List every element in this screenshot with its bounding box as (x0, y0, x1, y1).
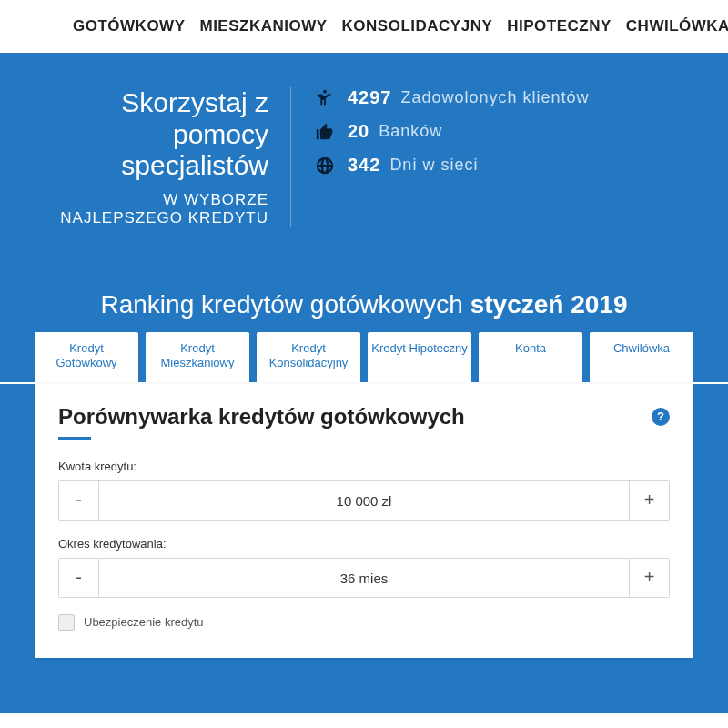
nav-hipoteczny[interactable]: HIPOTECZNY (507, 17, 612, 35)
nav-mieszkaniowy[interactable]: MIESZKANIOWY (199, 17, 327, 35)
insurance-checkbox[interactable]: Ubezpieczenie kredytu (58, 614, 670, 631)
stat-clients-value: 4297 (348, 87, 392, 108)
thumbs-up-icon (315, 122, 335, 142)
hero-title: Skorzystaj z pomocy specjalistów (0, 87, 268, 182)
tab-gotowkowy[interactable]: Kredyt Gotówkowy (35, 332, 138, 382)
period-label: Okres kredytowania: (58, 537, 670, 551)
nav-gotowkowy[interactable]: GOTÓWKOWY (73, 17, 185, 35)
tab-konta[interactable]: Konta (479, 332, 582, 382)
person-icon (315, 88, 335, 108)
tab-chwilowka[interactable]: Chwilówka (590, 332, 693, 382)
ranking-date: styczeń 2019 (470, 290, 628, 318)
checkbox-box-icon (58, 614, 75, 631)
stat-banks-value: 20 (348, 121, 369, 142)
amount-plus-button[interactable]: + (629, 481, 669, 520)
amount-value[interactable]: 10 000 zł (99, 481, 629, 520)
stat-banks: 20 Banków (315, 121, 590, 142)
period-plus-button[interactable]: + (629, 559, 669, 597)
ranking-prefix: Ranking kredytów gotówkowych (101, 290, 470, 318)
ranking-title: Ranking kredytów gotówkowych styczeń 201… (0, 285, 728, 332)
stat-banks-label: Banków (379, 122, 442, 141)
panel-title: Porównywarka kredytów gotówkowych (58, 404, 465, 430)
tabs-area: Kredyt Gotówkowy Kredyt Mieszkaniowy Kre… (0, 332, 728, 382)
help-button[interactable]: ? (652, 408, 670, 426)
tab-konsolidacyjny[interactable]: Kredyt Konsolidacyjny (257, 332, 360, 382)
stat-days-value: 342 (348, 155, 380, 176)
period-stepper: - 36 mies + (58, 558, 670, 598)
tab-mieszkaniowy[interactable]: Kredyt Mieszkaniowy (146, 332, 249, 382)
stat-clients: 4297 Zadowolonych klientów (315, 87, 590, 108)
amount-label: Kwota kredytu: (58, 460, 670, 473)
nav-chwilowka[interactable]: CHWILÓWKA (626, 17, 728, 35)
stat-clients-label: Zadowolonych klientów (401, 88, 590, 107)
stat-days-label: Dni w sieci (389, 156, 478, 175)
stat-days: 342 Dni w sieci (315, 155, 590, 176)
insurance-label: Ubezpieczenie kredytu (84, 615, 204, 629)
amount-stepper: - 10 000 zł + (58, 480, 670, 521)
hero-subtitle: W WYBORZE NAJLEPSZEGO KREDYTU (0, 191, 268, 228)
hero-left: Skorzystaj z pomocy specjalistów W WYBOR… (0, 87, 291, 228)
hero: Skorzystaj z pomocy specjalistów W WYBOR… (0, 53, 728, 285)
hero-stats: 4297 Zadowolonych klientów 20 Banków 342… (291, 87, 590, 228)
top-nav: GOTÓWKOWY MIESZKANIOWY KONSOLIDACYJNY HI… (0, 0, 728, 53)
comparator-panel: Porównywarka kredytów gotówkowych ? Kwot… (35, 384, 693, 658)
tab-hipoteczny[interactable]: Kredyt Hipoteczny (368, 332, 471, 382)
nav-konsolidacyjny[interactable]: KONSOLIDACYJNY (342, 17, 493, 35)
panel-wrap: Porównywarka kredytów gotówkowych ? Kwot… (0, 384, 728, 713)
tabs: Kredyt Gotówkowy Kredyt Mieszkaniowy Kre… (35, 332, 693, 382)
globe-icon (315, 156, 335, 176)
period-minus-button[interactable]: - (59, 559, 99, 597)
amount-minus-button[interactable]: - (59, 481, 99, 520)
title-underline (58, 437, 91, 440)
period-value[interactable]: 36 mies (99, 559, 629, 597)
